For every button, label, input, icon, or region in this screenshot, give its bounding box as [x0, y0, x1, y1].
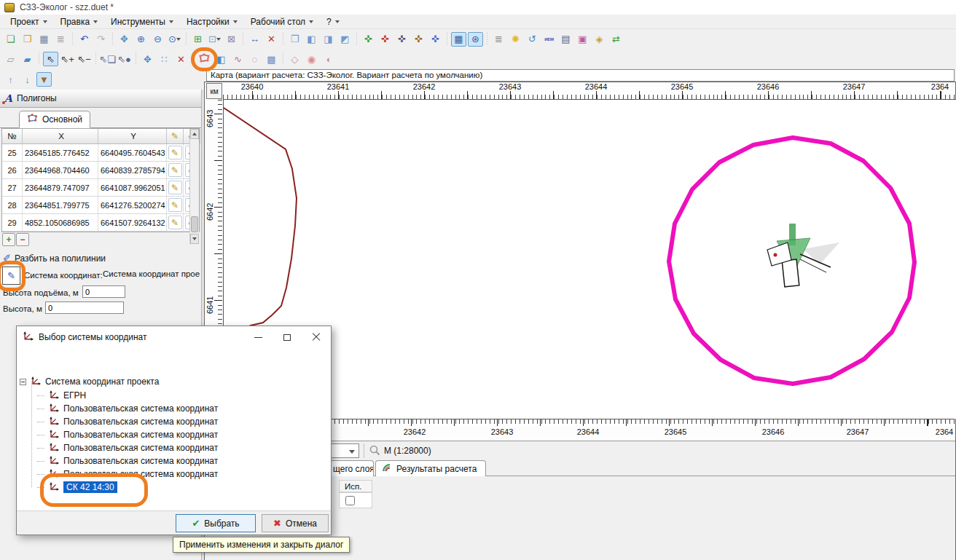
menu-item-5[interactable]: ? [322, 15, 345, 28]
cursor-object-button[interactable]: ⇖● [117, 52, 132, 66]
add-point-button[interactable]: + [2, 233, 15, 246]
lift-height-input[interactable] [82, 285, 125, 298]
cell-x[interactable]: 23644968.704460 [23, 162, 98, 178]
select-cursor-button[interactable]: ⇖ [43, 52, 58, 66]
cell-number[interactable]: 26 [2, 162, 23, 178]
tab-main-polygon[interactable]: Основной [19, 111, 90, 128]
cell-number[interactable]: 28 [2, 197, 23, 213]
pin-move-button[interactable]: ✜ [428, 32, 443, 47]
print-button[interactable]: ≣ [53, 32, 68, 47]
save-button[interactable]: ▦ [36, 32, 52, 47]
collapse-icon[interactable] [20, 379, 26, 385]
draw-polygon-button[interactable] [197, 52, 212, 66]
tree-item-0[interactable]: ЕГРН [37, 389, 86, 402]
measure-button[interactable]: ↔ [247, 32, 262, 47]
coordinate-system-value[interactable]: Система координат прое.. [103, 269, 200, 278]
draw-mesh-button[interactable]: ▩ [264, 52, 279, 66]
maximize-button[interactable] [273, 326, 302, 348]
minimize-button[interactable] [243, 326, 273, 348]
zoom-history-button[interactable]: ⊙ [167, 32, 182, 47]
dock-top-button[interactable]: ↑ [3, 72, 18, 87]
height-input[interactable] [45, 301, 124, 314]
use-checkbox[interactable] [345, 496, 355, 505]
grid-table-button[interactable]: ▦ [451, 32, 466, 47]
tree-item-1[interactable]: Пользовательская система координат [37, 402, 218, 415]
search-map-button[interactable]: ⊛ [468, 32, 483, 47]
column-x[interactable]: X [23, 129, 98, 143]
cell-number[interactable]: 29 [2, 214, 23, 231]
print-map-button[interactable]: ≣ [491, 32, 506, 47]
relation-options-button[interactable]: ⊡ [207, 32, 222, 47]
cell-number[interactable]: 27 [2, 179, 23, 196]
enterprise-marker[interactable] [767, 224, 839, 287]
pan-hand-button[interactable]: ✥ [117, 32, 132, 47]
iem-button[interactable]: ИЕМ [541, 32, 557, 47]
color-frame-button[interactable]: ▣ [575, 32, 590, 47]
pin-view-button[interactable]: ✜ [394, 32, 410, 47]
cell-y[interactable]: 6640495.7604543 [98, 144, 167, 161]
cursor-subtract-button[interactable]: ⇖− [77, 52, 92, 66]
dock-bottom-button[interactable]: ↓ [20, 72, 35, 87]
pin-remove-button[interactable]: ✜ [377, 32, 393, 47]
delete-shape-button[interactable]: ✕ [173, 52, 189, 66]
pin-add-button[interactable]: ✜ [361, 32, 376, 47]
zoom-in-button[interactable]: ⊕ [133, 32, 149, 47]
remove-point-button[interactable]: − [16, 233, 29, 246]
cell-x[interactable]: 4852.1050686985 [23, 214, 98, 231]
tree-item-3[interactable]: Пользовательская система координат [37, 428, 218, 441]
copy-layer-button[interactable]: ❐ [287, 32, 302, 47]
cancel-button[interactable]: ✖ Отмена [262, 514, 329, 532]
new-document-button[interactable]: ❏ [3, 32, 18, 47]
dock-settings-button[interactable]: ▼ [36, 72, 52, 87]
tab-common-layer-objects[interactable]: щего слоя [330, 460, 374, 476]
draw-polyline-button[interactable]: ∿ [230, 52, 246, 66]
select-relation-button[interactable]: ⊠ [224, 32, 239, 47]
column-y[interactable]: Y [98, 129, 167, 143]
table-scrollbar[interactable] [189, 129, 199, 244]
layers-button[interactable]: ▰ [20, 52, 35, 66]
cursor-add-button[interactable]: ⇖+ [60, 52, 75, 66]
menu-item-4[interactable]: Рабочий стол [246, 15, 319, 28]
edit-coordinate-system-button[interactable]: ✎ [2, 267, 20, 285]
undo-button[interactable]: ↶ [77, 32, 92, 47]
bookmark-frame-button[interactable]: ◈ [592, 32, 607, 47]
pin-source-button[interactable]: ✜ [411, 32, 426, 47]
point-style-button[interactable]: ✎ [168, 216, 182, 229]
menu-item-3[interactable]: Настройки [182, 15, 243, 28]
scroll-thumb[interactable] [191, 216, 198, 232]
tree-item-5[interactable]: Пользовательская система координат [37, 454, 218, 468]
mini-polygon-button[interactable]: ◇ [287, 52, 302, 66]
zoom-out-button[interactable]: ⊖ [150, 32, 165, 47]
tree-item-7[interactable]: СК 42 14:30 [37, 481, 117, 494]
snap-points-button[interactable]: ∷ [157, 52, 172, 66]
redo-button[interactable]: ↷ [93, 32, 109, 47]
scroll-up-icon[interactable] [190, 129, 199, 139]
point-style-button[interactable]: ✎ [168, 181, 182, 194]
cell-x[interactable]: 23645185.776452 [23, 144, 98, 161]
cell-y[interactable]: 6640839.2785794 [98, 162, 167, 178]
mini-sector-button[interactable]: ◖ [321, 52, 336, 66]
menu-item-0[interactable]: Проект [6, 15, 53, 28]
cell-y[interactable]: 6641087.9962051 [98, 179, 167, 196]
column-number[interactable]: № [2, 129, 23, 143]
cell-x[interactable]: 23644851.799775 [23, 197, 98, 213]
intersect-button[interactable]: ◧ [304, 32, 319, 47]
cell-number[interactable]: 25 [2, 144, 23, 161]
move-map-button[interactable]: ✥ [140, 52, 155, 66]
dialog-title-bar[interactable]: Выбор системы координат [17, 326, 331, 348]
menu-item-1[interactable]: Правка [56, 15, 104, 28]
point-style-button[interactable]: ✎ [168, 146, 182, 159]
add-relation-button[interactable]: ⊞ [190, 32, 205, 47]
open-project-button[interactable]: ❒ [20, 32, 35, 47]
passport-button[interactable]: ▤ [558, 32, 573, 47]
cell-x[interactable]: 23644879.747097 [23, 179, 98, 196]
cell-y[interactable]: 6641276.5200274 [98, 197, 167, 213]
screen-area-button[interactable]: ◧ [213, 52, 229, 66]
point-style-button[interactable]: ✎ [168, 198, 182, 212]
draw-circle-button[interactable]: ◌ [247, 52, 262, 66]
point-style-button[interactable]: ✎ [168, 163, 182, 177]
boundary-polyline[interactable] [224, 108, 297, 331]
subtract-button[interactable]: ◩ [337, 32, 353, 47]
tree-item-6[interactable]: Пользовательская система координат [37, 468, 218, 481]
close-button[interactable] [302, 326, 331, 348]
